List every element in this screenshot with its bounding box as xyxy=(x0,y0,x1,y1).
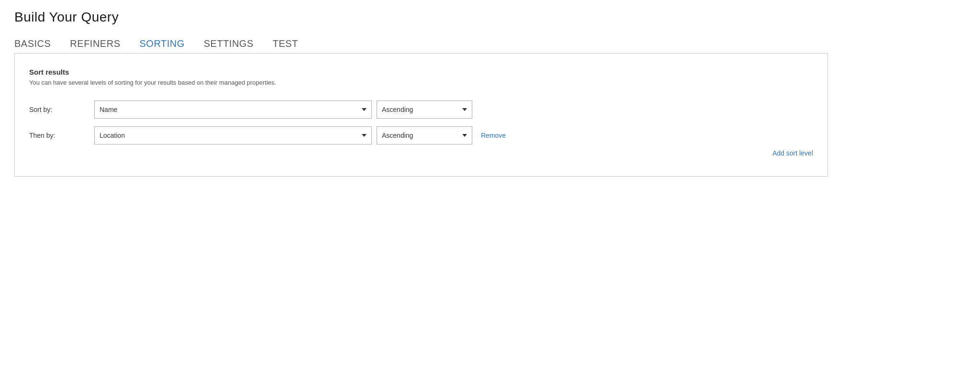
sort-by-field-select[interactable]: Name Location Date Size Author xyxy=(94,100,372,119)
tab-basics[interactable]: BASICS xyxy=(14,38,51,53)
remove-link[interactable]: Remove xyxy=(481,132,506,139)
sort-by-controls: Name Location Date Size Author Ascending… xyxy=(94,100,472,119)
sort-rows-container: Sort by: Name Location Date Size Author … xyxy=(29,100,813,145)
add-sort-level-link[interactable]: Add sort level xyxy=(772,149,813,157)
tab-test[interactable]: TEST xyxy=(273,38,298,53)
then-by-controls: Name Location Date Size Author Ascending… xyxy=(94,126,506,145)
panel-heading: Sort results xyxy=(29,68,813,76)
then-by-row: Then by: Name Location Date Size Author … xyxy=(29,126,813,145)
page-title: Build Your Query xyxy=(14,10,966,25)
tab-bar: BASICS REFINERS SORTING SETTINGS TEST xyxy=(14,38,966,53)
tab-sorting[interactable]: SORTING xyxy=(139,38,184,53)
panel-description: You can have several levels of sorting f… xyxy=(29,79,813,86)
sort-by-row: Sort by: Name Location Date Size Author … xyxy=(29,100,813,119)
sort-by-order-select[interactable]: Ascending Descending xyxy=(377,100,472,119)
then-by-field-select[interactable]: Name Location Date Size Author xyxy=(94,126,372,145)
sorting-panel: Sort results You can have several levels… xyxy=(14,53,828,177)
tab-settings[interactable]: SETTINGS xyxy=(204,38,254,53)
tab-refiners[interactable]: REFINERS xyxy=(70,38,120,53)
then-by-order-select[interactable]: Ascending Descending xyxy=(377,126,472,145)
then-by-label: Then by: xyxy=(29,132,87,139)
add-sort-row: Add sort level xyxy=(29,149,813,157)
sort-by-label: Sort by: xyxy=(29,106,87,113)
